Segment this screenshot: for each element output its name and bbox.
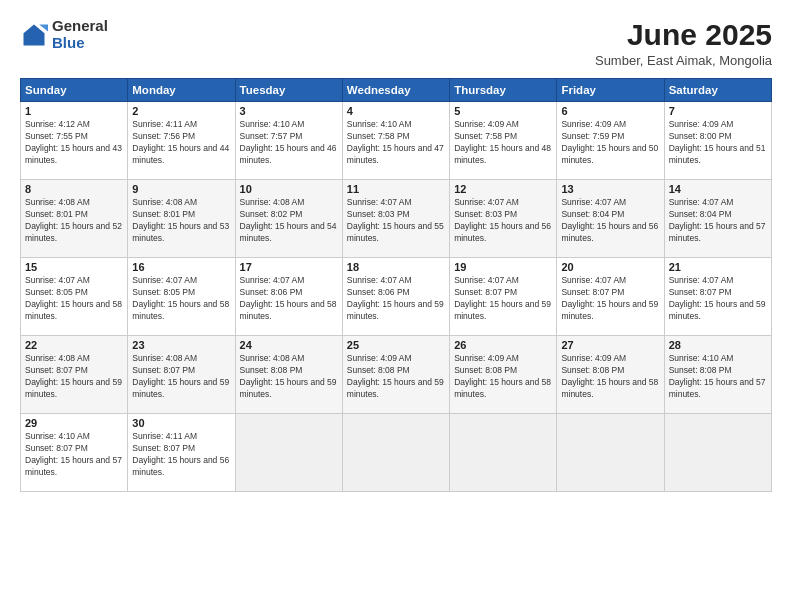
sunrise-text: Sunrise: 4:10 AM <box>240 119 305 129</box>
day-number: 12 <box>454 183 552 195</box>
sunrise-text: Sunrise: 4:11 AM <box>132 431 197 441</box>
sunset-text: Sunset: 8:03 PM <box>347 209 410 219</box>
daylight-text: Daylight: 15 hours and 44 minutes. <box>132 143 229 165</box>
day-number: 17 <box>240 261 338 273</box>
calendar-cell: 24Sunrise: 4:08 AMSunset: 8:08 PMDayligh… <box>235 336 342 414</box>
calendar-cell <box>342 414 449 492</box>
day-info: Sunrise: 4:08 AMSunset: 8:07 PMDaylight:… <box>132 353 230 401</box>
day-info: Sunrise: 4:08 AMSunset: 8:08 PMDaylight:… <box>240 353 338 401</box>
calendar-week-3: 15Sunrise: 4:07 AMSunset: 8:05 PMDayligh… <box>21 258 772 336</box>
daylight-text: Daylight: 15 hours and 58 minutes. <box>454 377 551 399</box>
sunset-text: Sunset: 8:07 PM <box>25 443 88 453</box>
day-info: Sunrise: 4:07 AMSunset: 8:07 PMDaylight:… <box>669 275 767 323</box>
daylight-text: Daylight: 15 hours and 54 minutes. <box>240 221 337 243</box>
day-info: Sunrise: 4:08 AMSunset: 8:02 PMDaylight:… <box>240 197 338 245</box>
daylight-text: Daylight: 15 hours and 59 minutes. <box>132 377 229 399</box>
day-info: Sunrise: 4:07 AMSunset: 8:07 PMDaylight:… <box>561 275 659 323</box>
sunset-text: Sunset: 8:08 PM <box>454 365 517 375</box>
calendar-cell <box>557 414 664 492</box>
header-wednesday: Wednesday <box>342 79 449 102</box>
day-info: Sunrise: 4:09 AMSunset: 8:08 PMDaylight:… <box>347 353 445 401</box>
daylight-text: Daylight: 15 hours and 59 minutes. <box>25 377 122 399</box>
sunrise-text: Sunrise: 4:10 AM <box>347 119 412 129</box>
sunrise-text: Sunrise: 4:08 AM <box>240 353 305 363</box>
sunset-text: Sunset: 7:57 PM <box>240 131 303 141</box>
calendar-cell: 29Sunrise: 4:10 AMSunset: 8:07 PMDayligh… <box>21 414 128 492</box>
sunset-text: Sunset: 8:06 PM <box>240 287 303 297</box>
day-info: Sunrise: 4:07 AMSunset: 8:06 PMDaylight:… <box>240 275 338 323</box>
day-number: 8 <box>25 183 123 195</box>
sunrise-text: Sunrise: 4:08 AM <box>25 353 90 363</box>
sunset-text: Sunset: 7:58 PM <box>347 131 410 141</box>
calendar-cell: 18Sunrise: 4:07 AMSunset: 8:06 PMDayligh… <box>342 258 449 336</box>
day-number: 18 <box>347 261 445 273</box>
day-number: 20 <box>561 261 659 273</box>
day-number: 9 <box>132 183 230 195</box>
calendar-cell: 4Sunrise: 4:10 AMSunset: 7:58 PMDaylight… <box>342 102 449 180</box>
daylight-text: Daylight: 15 hours and 59 minutes. <box>240 377 337 399</box>
sunset-text: Sunset: 8:08 PM <box>669 365 732 375</box>
day-number: 28 <box>669 339 767 351</box>
calendar-cell <box>450 414 557 492</box>
day-info: Sunrise: 4:10 AMSunset: 8:07 PMDaylight:… <box>25 431 123 479</box>
sunset-text: Sunset: 8:07 PM <box>25 365 88 375</box>
calendar-cell: 10Sunrise: 4:08 AMSunset: 8:02 PMDayligh… <box>235 180 342 258</box>
sunrise-text: Sunrise: 4:08 AM <box>132 197 197 207</box>
calendar-table: Sunday Monday Tuesday Wednesday Thursday… <box>20 78 772 492</box>
daylight-text: Daylight: 15 hours and 59 minutes. <box>347 377 444 399</box>
calendar-title: June 2025 <box>595 18 772 51</box>
calendar-week-4: 22Sunrise: 4:08 AMSunset: 8:07 PMDayligh… <box>21 336 772 414</box>
day-number: 6 <box>561 105 659 117</box>
daylight-text: Daylight: 15 hours and 58 minutes. <box>132 299 229 321</box>
logo-general-text: General <box>52 18 108 35</box>
calendar-cell <box>664 414 771 492</box>
day-info: Sunrise: 4:10 AMSunset: 7:57 PMDaylight:… <box>240 119 338 167</box>
sunset-text: Sunset: 8:04 PM <box>561 209 624 219</box>
day-number: 15 <box>25 261 123 273</box>
sunset-text: Sunset: 8:06 PM <box>347 287 410 297</box>
header-tuesday: Tuesday <box>235 79 342 102</box>
day-info: Sunrise: 4:09 AMSunset: 8:00 PMDaylight:… <box>669 119 767 167</box>
sunrise-text: Sunrise: 4:09 AM <box>561 119 626 129</box>
day-number: 7 <box>669 105 767 117</box>
sunrise-text: Sunrise: 4:07 AM <box>669 197 734 207</box>
day-number: 23 <box>132 339 230 351</box>
calendar-cell: 15Sunrise: 4:07 AMSunset: 8:05 PMDayligh… <box>21 258 128 336</box>
calendar-cell: 14Sunrise: 4:07 AMSunset: 8:04 PMDayligh… <box>664 180 771 258</box>
calendar-cell: 25Sunrise: 4:09 AMSunset: 8:08 PMDayligh… <box>342 336 449 414</box>
sunset-text: Sunset: 8:05 PM <box>25 287 88 297</box>
calendar-body: 1Sunrise: 4:12 AMSunset: 7:55 PMDaylight… <box>21 102 772 492</box>
sunrise-text: Sunrise: 4:09 AM <box>454 119 519 129</box>
day-number: 16 <box>132 261 230 273</box>
sunset-text: Sunset: 8:00 PM <box>669 131 732 141</box>
day-info: Sunrise: 4:07 AMSunset: 8:03 PMDaylight:… <box>347 197 445 245</box>
sunrise-text: Sunrise: 4:07 AM <box>240 275 305 285</box>
sunset-text: Sunset: 8:07 PM <box>132 365 195 375</box>
calendar-cell: 27Sunrise: 4:09 AMSunset: 8:08 PMDayligh… <box>557 336 664 414</box>
logo-text: General Blue <box>52 18 108 51</box>
day-info: Sunrise: 4:09 AMSunset: 8:08 PMDaylight:… <box>561 353 659 401</box>
calendar-cell: 30Sunrise: 4:11 AMSunset: 8:07 PMDayligh… <box>128 414 235 492</box>
day-number: 2 <box>132 105 230 117</box>
sunset-text: Sunset: 8:08 PM <box>347 365 410 375</box>
sunrise-text: Sunrise: 4:09 AM <box>454 353 519 363</box>
day-info: Sunrise: 4:07 AMSunset: 8:05 PMDaylight:… <box>25 275 123 323</box>
day-info: Sunrise: 4:08 AMSunset: 8:01 PMDaylight:… <box>25 197 123 245</box>
calendar-week-1: 1Sunrise: 4:12 AMSunset: 7:55 PMDaylight… <box>21 102 772 180</box>
daylight-text: Daylight: 15 hours and 53 minutes. <box>132 221 229 243</box>
day-number: 26 <box>454 339 552 351</box>
sunset-text: Sunset: 8:08 PM <box>240 365 303 375</box>
sunset-text: Sunset: 8:07 PM <box>561 287 624 297</box>
day-info: Sunrise: 4:07 AMSunset: 8:04 PMDaylight:… <box>561 197 659 245</box>
daylight-text: Daylight: 15 hours and 59 minutes. <box>669 299 766 321</box>
sunrise-text: Sunrise: 4:08 AM <box>25 197 90 207</box>
calendar-header: Sunday Monday Tuesday Wednesday Thursday… <box>21 79 772 102</box>
daylight-text: Daylight: 15 hours and 57 minutes. <box>669 221 766 243</box>
day-number: 3 <box>240 105 338 117</box>
day-number: 5 <box>454 105 552 117</box>
daylight-text: Daylight: 15 hours and 58 minutes. <box>240 299 337 321</box>
calendar-week-2: 8Sunrise: 4:08 AMSunset: 8:01 PMDaylight… <box>21 180 772 258</box>
sunrise-text: Sunrise: 4:07 AM <box>669 275 734 285</box>
header-thursday: Thursday <box>450 79 557 102</box>
day-info: Sunrise: 4:08 AMSunset: 8:07 PMDaylight:… <box>25 353 123 401</box>
